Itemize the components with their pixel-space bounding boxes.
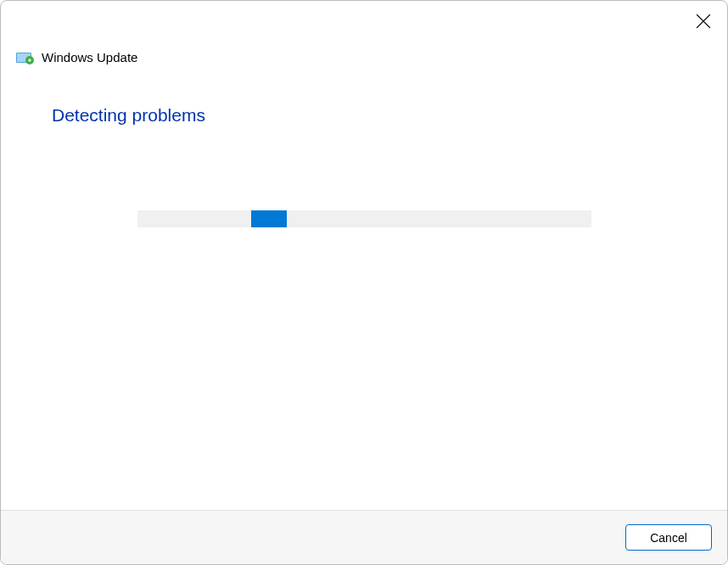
header: Windows Update <box>1 35 727 64</box>
progress-fill <box>251 210 287 227</box>
close-button[interactable] <box>692 9 715 33</box>
app-title: Windows Update <box>42 50 137 64</box>
close-icon <box>696 14 711 29</box>
status-heading: Detecting problems <box>52 105 676 126</box>
content-area: Detecting problems <box>1 64 727 510</box>
footer: Cancel <box>1 510 727 564</box>
titlebar <box>1 1 727 35</box>
windows-update-icon <box>16 51 35 64</box>
troubleshooter-dialog: Windows Update Detecting problems Cancel <box>0 0 728 565</box>
progress-bar <box>137 210 591 227</box>
cancel-button[interactable]: Cancel <box>625 524 712 551</box>
